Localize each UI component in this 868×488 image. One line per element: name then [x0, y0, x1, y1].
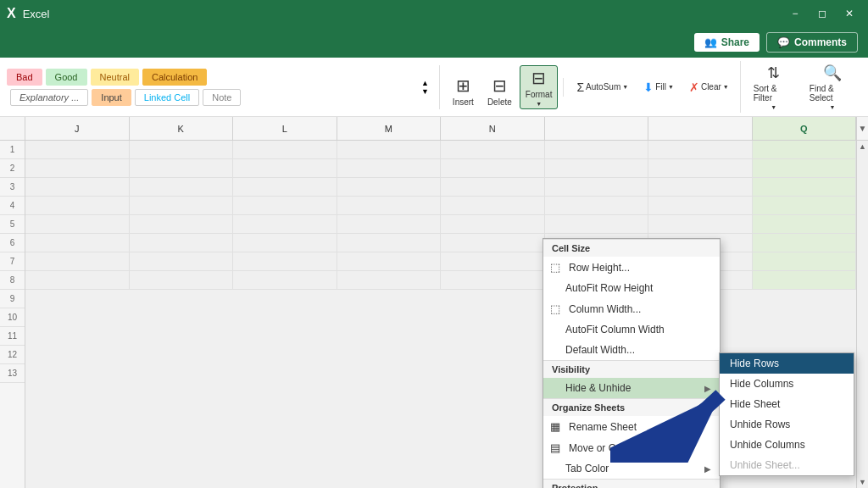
delete-button[interactable]: ⊟ Delete	[481, 73, 518, 109]
clear-button[interactable]: ✗ Clear ▼	[683, 78, 735, 97]
style-bad[interactable]: Bad	[7, 69, 42, 86]
find-icon: 🔍	[823, 64, 842, 82]
cell-o1[interactable]	[545, 141, 649, 159]
col-header-j[interactable]: J	[25, 117, 130, 140]
row-num-10: 10	[0, 308, 25, 327]
cell-m2[interactable]	[337, 159, 442, 178]
insert-button[interactable]: ⊞ Insert	[447, 73, 480, 109]
autofit-row-height-item[interactable]: AutoFit Row Height	[543, 278, 720, 298]
fill-icon: ⬇	[643, 80, 654, 94]
cell-l1[interactable]	[233, 141, 337, 159]
share-button[interactable]: 👥 Share	[694, 33, 760, 52]
comments-button[interactable]: 💬 Comments	[766, 32, 858, 53]
style-linked[interactable]: Linked Cell	[135, 89, 199, 106]
style-note[interactable]: Note	[203, 89, 241, 106]
col-header-q[interactable]: Q	[753, 117, 857, 140]
format-button[interactable]: ⊟ Format ▼	[520, 65, 559, 109]
vertical-scrollbar[interactable]: ▲ ▼	[856, 141, 868, 488]
cell-o3[interactable]	[545, 178, 649, 197]
cell-p1[interactable]	[648, 141, 753, 159]
col-headers: J K L M N Q	[25, 117, 856, 140]
unhide-columns-item[interactable]: Unhide Columns	[720, 435, 854, 455]
move-copy-item[interactable]: ▤ Move or Copy Sh...	[543, 437, 720, 458]
comments-icon: 💬	[777, 36, 790, 48]
hide-rows-label: Hide Rows	[730, 358, 779, 369]
share-label: Share	[721, 36, 749, 48]
rename-icon: ▦	[550, 420, 560, 433]
cell-j2[interactable]	[25, 159, 130, 178]
col-header-n[interactable]: N	[441, 117, 545, 140]
cell-q1[interactable]	[753, 141, 857, 159]
style-calculation[interactable]: Calculation	[142, 69, 207, 86]
minimize-button[interactable]: −	[783, 2, 807, 25]
style-good[interactable]: Good	[46, 69, 87, 86]
cell-q2[interactable]	[753, 159, 857, 178]
cell-n1[interactable]	[441, 141, 545, 159]
fill-button[interactable]: ⬇ Fill ▼	[637, 78, 680, 97]
tab-color-item[interactable]: Tab Color ▶	[543, 458, 720, 479]
styles-scroll-down[interactable]: ▼	[421, 87, 429, 96]
hide-columns-item[interactable]: Hide Columns	[720, 374, 854, 394]
rename-sheet-item[interactable]: ▦ Rename Sheet	[543, 416, 720, 437]
cell-p3[interactable]	[648, 178, 753, 197]
row-num-9: 9	[0, 290, 25, 308]
style-input[interactable]: Input	[92, 89, 131, 106]
col-scroll-btn[interactable]: ▼	[856, 117, 868, 140]
cell-q3[interactable]	[753, 178, 857, 197]
style-neutral[interactable]: Neutral	[91, 69, 139, 86]
share-icon: 👥	[704, 36, 717, 48]
hide-sheet-item[interactable]: Hide Sheet	[720, 394, 854, 414]
unhide-rows-label: Unhide Rows	[730, 419, 790, 430]
cell-j3[interactable]	[25, 178, 130, 197]
hide-unhide-item[interactable]: Hide & Unhide ▶	[543, 378, 720, 398]
cell-m3[interactable]	[337, 178, 442, 197]
delete-icon: ⊟	[492, 75, 507, 96]
col-width-icon: ⬚	[550, 302, 560, 315]
grid-row-6	[25, 234, 856, 252]
app-window: X Excel − ◻ ✕ 👥 Share 💬 Comments Bad Goo…	[0, 0, 868, 488]
visibility-header: Visibility	[543, 360, 720, 378]
cell-k1[interactable]	[130, 141, 234, 159]
grid-row-3	[25, 178, 856, 197]
col-header-o[interactable]	[545, 117, 649, 140]
autosum-button[interactable]: Σ AutoSum ▼	[570, 78, 634, 97]
cell-p2[interactable]	[648, 159, 753, 178]
autofit-col-width-item[interactable]: AutoFit Column Width	[543, 319, 720, 340]
restore-button[interactable]: ◻	[810, 2, 834, 25]
hide-rows-item[interactable]: Hide Rows	[720, 353, 854, 374]
col-header-k[interactable]: K	[130, 117, 234, 140]
cell-l2[interactable]	[233, 159, 337, 178]
find-select-button[interactable]: 🔍 Find & Select ▼	[804, 61, 861, 113]
cell-j1[interactable]	[25, 141, 130, 159]
row-height-item[interactable]: ⬚ Row Height...	[543, 257, 720, 278]
scroll-down-btn[interactable]: ▼	[859, 478, 866, 486]
cell-o2[interactable]	[545, 159, 649, 178]
autofit-row-label: AutoFit Row Height	[565, 282, 653, 294]
row-num-5: 5	[0, 215, 25, 234]
cell-n2[interactable]	[441, 159, 545, 178]
col-header-p[interactable]	[648, 117, 753, 140]
unhide-rows-item[interactable]: Unhide Rows	[720, 414, 854, 435]
col-header-m[interactable]: M	[337, 117, 442, 140]
spreadsheet-body: 1 2 3 4 5 6 7 8 9 10 11 12 13	[0, 141, 868, 488]
col-header-l[interactable]: L	[233, 117, 337, 140]
cell-n3[interactable]	[441, 178, 545, 197]
row-num-7: 7	[0, 252, 25, 271]
sort-filter-button[interactable]: ⇅ Sort & Filter ▼	[748, 61, 800, 113]
default-width-item[interactable]: Default Width...	[543, 340, 720, 360]
autofit-col-label: AutoFit Column Width	[565, 324, 665, 336]
cell-m1[interactable]	[337, 141, 442, 159]
scroll-up-btn[interactable]: ▲	[859, 142, 866, 151]
close-button[interactable]: ✕	[837, 2, 861, 25]
style-explanatory[interactable]: Explanatory ...	[10, 89, 88, 106]
styles-row: Bad Good Neutral Calculation Explanatory…	[0, 58, 868, 117]
cell-l3[interactable]	[233, 178, 337, 197]
styles-scroll-up[interactable]: ▲	[421, 79, 429, 87]
fill-label: Fill	[655, 82, 666, 92]
styles-scroll: ▲ ▼	[421, 79, 429, 96]
cell-k2[interactable]	[130, 159, 234, 178]
column-width-item[interactable]: ⬚ Column Width...	[543, 298, 720, 319]
row-num-2: 2	[0, 159, 25, 178]
title-bar: X Excel − ◻ ✕	[0, 0, 868, 27]
cell-k3[interactable]	[130, 178, 234, 197]
